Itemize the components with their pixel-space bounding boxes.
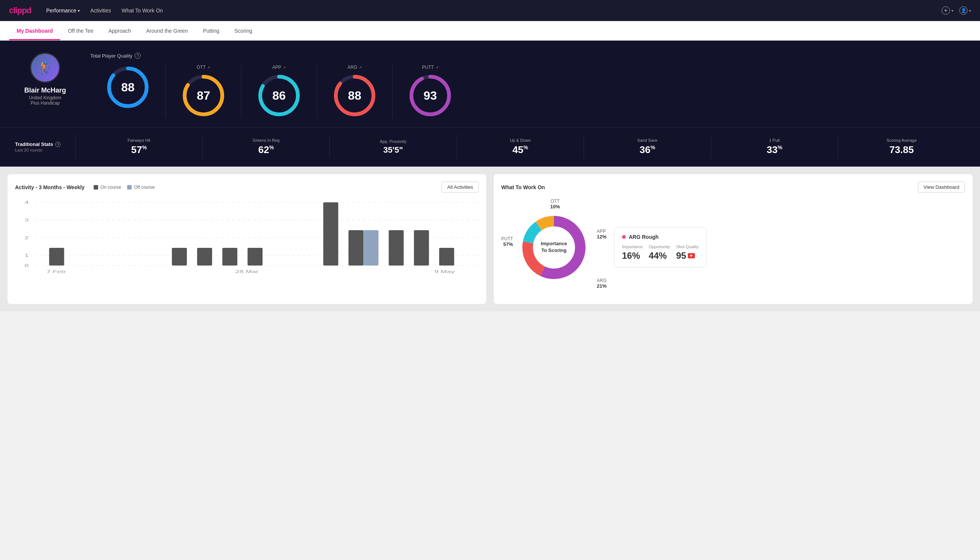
score-app: APP ↗ 86 [241, 65, 317, 118]
stat-sand-save: Sand Save 36% [584, 135, 711, 159]
what-to-work-title: What To Work On [501, 184, 545, 190]
svg-rect-20 [49, 248, 64, 265]
overall-circle: 88 [105, 65, 150, 110]
app-value: 86 [272, 89, 286, 103]
legend-on-course: On course [94, 185, 121, 190]
tab-my-dashboard[interactable]: My Dashboard [9, 21, 60, 40]
svg-text:28 Mar: 28 Mar [235, 269, 259, 274]
overall-value: 88 [121, 80, 135, 94]
tab-around-the-green[interactable]: Around the Green [138, 21, 195, 40]
activity-chart: 4 3 2 1 0 [15, 198, 479, 281]
svg-rect-26 [349, 230, 364, 265]
app-label: APP [272, 65, 281, 70]
app-circle: 86 [256, 73, 301, 118]
tab-bar: My Dashboard Off the Tee Approach Around… [0, 21, 980, 41]
nav-links: Performance ▾ Activities What To Work On [46, 8, 163, 13]
nav-what-to-work-on[interactable]: What To Work On [121, 8, 163, 13]
top-nav: clippd Performance ▾ Activities What To … [0, 0, 980, 21]
svg-text:2: 2 [25, 235, 28, 240]
svg-rect-23 [222, 248, 237, 265]
svg-rect-27 [364, 230, 379, 265]
activity-panel-title: Activity - 3 Months - Weekly [15, 184, 85, 190]
trad-stats-period: Last 20 rounds [15, 148, 75, 152]
what-to-work-content: Importance To Scoring OTT 10% APP 12% AR… [501, 198, 965, 297]
hero-section: 🏌️ Blair McHarg United Kingdom Plus Hand… [0, 41, 980, 127]
ott-label: OTT [197, 65, 206, 70]
putt-label: PUTT [422, 65, 434, 70]
quality-section: Total Player Quality ? 88 OTT ↗ [90, 53, 965, 118]
stat-app-proximity: App. Proximity 35'5" [329, 136, 456, 158]
arg-value: 88 [348, 89, 361, 103]
stat-scoring-average: Scoring Average 73.85 [838, 135, 965, 159]
what-to-work-header: What To Work On View Dashboard [501, 182, 965, 193]
svg-rect-21 [172, 248, 187, 265]
arg-card-dot [622, 235, 626, 239]
svg-text:3: 3 [25, 218, 28, 222]
score-overall: 88 [90, 65, 166, 118]
svg-rect-28 [389, 230, 404, 265]
player-info: 🏌️ Blair McHarg United Kingdom Plus Hand… [15, 53, 75, 106]
ott-circle: 87 [181, 73, 226, 118]
tab-scoring[interactable]: Scoring [227, 21, 260, 40]
score-arg: ARG ↗ 88 [317, 65, 393, 118]
svg-text:0: 0 [25, 263, 28, 268]
avatar: 🏌️ [30, 53, 60, 83]
player-country: United Kingdom [29, 95, 61, 100]
putt-circle: 93 [408, 73, 453, 118]
donut-chart-svg: Importance To Scoring [516, 210, 592, 285]
help-icon[interactable]: ? [135, 53, 141, 59]
arg-donut-label: ARG 21% [597, 278, 607, 289]
app-trend: ↗ [283, 65, 286, 70]
all-activities-button[interactable]: All Activities [441, 182, 479, 193]
putt-value: 93 [423, 89, 437, 103]
trad-stats-label: Traditional Stats ? Last 20 rounds [15, 142, 75, 152]
nav-right: + ▾ 👤 ▾ [942, 7, 971, 15]
ott-donut-label: OTT 10% [550, 198, 560, 210]
svg-rect-24 [248, 248, 263, 265]
off-course-dot [127, 185, 131, 190]
traditional-stats: Traditional Stats ? Last 20 rounds Fairw… [0, 127, 980, 167]
view-dashboard-button[interactable]: View Dashboard [918, 182, 965, 193]
arg-rough-card: ARG Rough Importance 16% Opportunity 44% [614, 228, 707, 267]
add-button[interactable]: + ▾ [942, 7, 953, 15]
stat-fairways-hit: Fairways Hit 57% [75, 135, 202, 159]
svg-rect-22 [197, 248, 212, 265]
putt-trend: ↗ [436, 65, 438, 70]
player-name: Blair McHarg [24, 87, 66, 94]
ott-trend: ↗ [207, 65, 210, 70]
tab-putting[interactable]: Putting [196, 21, 227, 40]
user-menu-button[interactable]: 👤 ▾ [959, 7, 971, 15]
svg-text:7 Feb: 7 Feb [46, 269, 65, 274]
svg-rect-25 [323, 202, 338, 265]
chart-grid-svg: 4 3 2 1 0 [15, 198, 479, 274]
svg-rect-29 [414, 230, 429, 265]
tab-off-the-tee[interactable]: Off the Tee [60, 21, 101, 40]
arg-opportunity: Opportunity 44% [649, 245, 670, 261]
svg-text:4: 4 [25, 200, 28, 205]
svg-text:1: 1 [25, 253, 28, 258]
chevron-down-icon: ▾ [952, 8, 953, 13]
putt-donut-label: PUTT 57% [501, 236, 513, 247]
chevron-down-icon: ▾ [969, 8, 971, 13]
stat-greens-in-reg: Greens In Reg 62% [202, 135, 329, 159]
help-icon[interactable]: ? [55, 142, 60, 147]
player-handicap: Plus Handicap [30, 100, 60, 106]
score-ott: OTT ↗ 87 [166, 65, 241, 118]
logo: clippd [9, 6, 31, 15]
quality-label: Total Player Quality ? [90, 53, 965, 59]
stat-1-putt: 1 Putt 33% [711, 135, 838, 159]
score-circles: 88 OTT ↗ 87 AP [90, 65, 965, 118]
svg-text:Importance: Importance [541, 241, 567, 246]
chart-legend: On course Off course [94, 185, 155, 190]
svg-text:9 May: 9 May [434, 269, 455, 274]
legend-off-course: Off course [127, 185, 155, 190]
on-course-dot [94, 185, 98, 190]
ott-value: 87 [197, 89, 210, 103]
arg-importance: Importance 16% [622, 245, 643, 261]
donut-chart-area: Importance To Scoring OTT 10% APP 12% AR… [501, 198, 607, 297]
nav-performance[interactable]: Performance ▾ [46, 8, 80, 13]
tab-approach[interactable]: Approach [101, 21, 138, 40]
nav-activities[interactable]: Activities [90, 8, 111, 13]
svg-rect-30 [439, 248, 454, 265]
arg-trend: ↗ [359, 65, 362, 70]
